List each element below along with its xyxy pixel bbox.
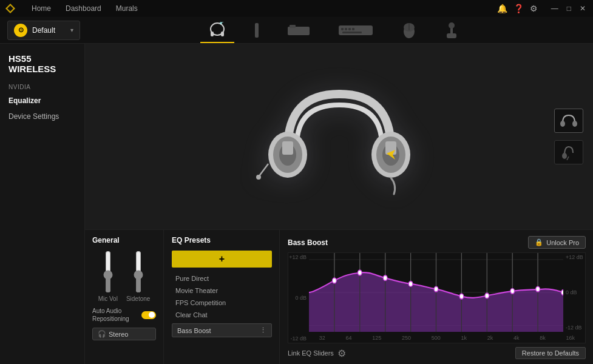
- eq-chart-footer: Link EQ Sliders ⚙ Restore to Defaults: [288, 347, 586, 359]
- preset-bass-boost-label: Bass Boost: [177, 327, 211, 334]
- sidebar-item-equalizer[interactable]: Equalizer: [0, 93, 84, 109]
- bell-icon[interactable]: 🔔: [497, 4, 507, 13]
- eq-x-500: 500: [432, 335, 441, 341]
- titlebar-right: 🔔 ❓ ⚙ — □ ✕: [497, 4, 588, 13]
- svg-point-68: [434, 286, 438, 292]
- unlock-pro-button[interactable]: 🔒 Unlock Pro: [528, 236, 586, 249]
- add-preset-button[interactable]: +: [172, 251, 272, 268]
- svg-rect-7: [290, 25, 296, 28]
- sliders-row: Mic Vol Sidetone: [92, 251, 156, 302]
- eq-x-2k: 2k: [487, 335, 493, 341]
- preset-clear-chat[interactable]: Clear Chat: [172, 309, 272, 321]
- profile-name: Default: [32, 26, 66, 35]
- eq-x-250: 250: [402, 335, 411, 341]
- svg-rect-11: [348, 28, 351, 30]
- minimize-button[interactable]: —: [549, 4, 561, 13]
- auto-audio-toggle[interactable]: [141, 311, 156, 319]
- svg-point-19: [449, 22, 455, 29]
- eq-chart: +12 dB 0 dB -12 dB: [288, 252, 586, 343]
- svg-point-65: [357, 270, 362, 275]
- gear-icon[interactable]: ⚙: [530, 4, 538, 13]
- side-view-side[interactable]: [554, 140, 583, 164]
- headset-front-view-icon: [560, 113, 578, 129]
- device-tab-mouse[interactable]: [393, 17, 425, 43]
- link-eq-toggle-icon[interactable]: ⚙: [337, 348, 346, 359]
- device-title: HS55 WIRELESS: [0, 53, 84, 79]
- side-view-front[interactable]: [554, 109, 583, 133]
- profile-dropdown-arrow-icon: ▾: [70, 27, 73, 33]
- titlebar-left: Home Dashboard Murals: [5, 3, 144, 14]
- eq-chart-title: Bass Boost: [288, 238, 328, 247]
- maximize-button[interactable]: □: [564, 4, 574, 13]
- svg-rect-5: [255, 23, 259, 38]
- svg-rect-26: [282, 141, 293, 155]
- eq-y-top: +12 dB: [288, 254, 309, 260]
- eq-x-4k: 4k: [513, 335, 520, 341]
- eq-chart-section: Bass Boost 🔒 Unlock Pro +12 dB 0 dB -12 …: [280, 230, 593, 364]
- nav-murals[interactable]: Murals: [110, 3, 144, 14]
- titlebar-nav: Home Dashboard Murals: [25, 3, 144, 14]
- device-tab-3[interactable]: [279, 17, 318, 43]
- headset-side-view-icon: [560, 144, 578, 160]
- svg-point-32: [562, 153, 567, 159]
- profile-selector[interactable]: ⊙ Default ▾: [7, 21, 80, 40]
- preset-movie-theater[interactable]: Movie Theater: [172, 285, 272, 297]
- eq-y-labels-left: +12 dB 0 dB -12 dB: [288, 253, 309, 343]
- profilebar: ⊙ Default ▾: [0, 17, 593, 44]
- general-title: General: [92, 236, 156, 244]
- nav-home[interactable]: Home: [25, 3, 57, 14]
- stereo-label: Stereo: [109, 331, 128, 338]
- bottom-panel: General Mic Vol Sidetone Auto Audio Repo…: [85, 229, 593, 364]
- svg-point-64: [333, 278, 337, 283]
- eq-y-mid: 0 dB: [288, 295, 309, 301]
- auto-audio-row: Auto Audio Repositioning: [92, 307, 156, 323]
- stereo-button[interactable]: 🎧 Stereo: [92, 328, 156, 340]
- eq-x-8k: 8k: [540, 335, 546, 341]
- eq-presets-title: EQ Presets: [172, 236, 272, 244]
- sidebar-section-label: NVIDIA: [0, 79, 84, 93]
- sidebar-item-device-settings[interactable]: Device Settings: [0, 109, 84, 124]
- preset-pure-direct[interactable]: Pure Direct: [172, 272, 272, 285]
- svg-rect-2: [221, 32, 224, 36]
- preset-fps-competition[interactable]: FPS Competition: [172, 297, 272, 309]
- sidebar: HS55 WIRELESS NVIDIA Equalizer Device Se…: [0, 44, 85, 364]
- sidetone-slider[interactable]: [133, 251, 144, 293]
- eq-y-labels-right: +12 dB 0 dB -12 dB: [563, 253, 585, 332]
- restore-defaults-button[interactable]: Restore to Defaults: [515, 347, 586, 359]
- svg-point-66: [383, 275, 387, 281]
- profile-icon: ⊙: [14, 24, 27, 37]
- nav-dashboard[interactable]: Dashboard: [59, 3, 107, 14]
- titlebar: Home Dashboard Murals 🔔 ❓ ⚙ — □ ✕: [0, 0, 593, 17]
- keyboard-tab-icon: [337, 22, 374, 39]
- eq-x-1k: 1k: [461, 335, 467, 341]
- eq-y-right-bot: -12 dB: [563, 325, 585, 331]
- sidetone-slider-container: Sidetone: [126, 251, 150, 302]
- mouse-tab-icon: [401, 22, 418, 39]
- headset-display-area: [85, 44, 593, 229]
- eq-y-bot: -12 dB: [288, 335, 309, 342]
- svg-rect-6: [288, 27, 310, 35]
- device-tabs: [80, 17, 586, 43]
- main-layout: HS55 WIRELESS NVIDIA Equalizer Device Se…: [0, 44, 593, 364]
- svg-point-71: [510, 289, 515, 294]
- close-button[interactable]: ✕: [577, 4, 588, 13]
- svg-rect-1: [211, 32, 214, 36]
- svg-rect-13: [342, 32, 362, 33]
- device-tab-joystick[interactable]: [437, 17, 466, 43]
- content-area: General Mic Vol Sidetone Auto Audio Repo…: [85, 44, 593, 364]
- help-icon[interactable]: ❓: [513, 4, 524, 13]
- general-section: General Mic Vol Sidetone Auto Audio Repo…: [85, 230, 164, 364]
- mic-vol-slider[interactable]: [103, 251, 114, 293]
- headphone-icon: 🎧: [98, 330, 106, 338]
- eq-x-labels: 32 64 125 250 500 1k 2k 4k 8k 16k: [309, 333, 585, 343]
- svg-point-31: [572, 121, 577, 127]
- joystick-tab-icon: [444, 21, 459, 39]
- device-tab-2[interactable]: [246, 17, 267, 43]
- link-eq-label: Link EQ Sliders: [288, 349, 334, 357]
- preset-bass-boost-dropdown[interactable]: Bass Boost ⋮: [172, 323, 272, 337]
- svg-point-29: [256, 175, 261, 180]
- device-tab-keyboard[interactable]: [330, 17, 381, 43]
- svg-point-69: [459, 294, 464, 299]
- link-eq-row: Link EQ Sliders ⚙: [288, 348, 346, 359]
- device-tab-headset[interactable]: [200, 17, 234, 43]
